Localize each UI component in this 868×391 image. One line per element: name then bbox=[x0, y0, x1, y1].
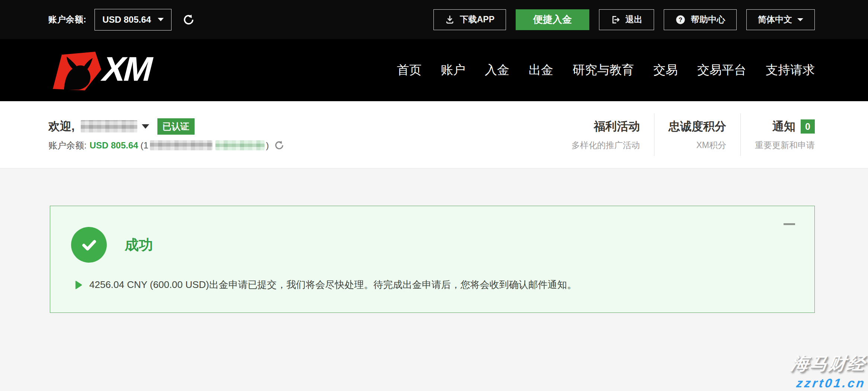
shortcut-promotions[interactable]: 福利活动 多样化的推广活动 bbox=[557, 113, 654, 156]
question-mark: ? bbox=[679, 16, 682, 23]
main-content: 成功 4256.04 CNY (600.00 USD)出金申请已提交，我们将会尽… bbox=[0, 169, 868, 391]
quick-deposit-button[interactable]: 便捷入金 bbox=[516, 9, 589, 30]
success-check-circle bbox=[71, 227, 107, 263]
welcome-shortcuts: 福利活动 多样化的推广活动 忠诚度积分 XM积分 通知 0 重要更新和申请 bbox=[557, 113, 815, 156]
nav-item-account[interactable]: 账户 bbox=[441, 62, 465, 78]
blurred-account-number bbox=[150, 140, 212, 150]
xm-logo[interactable]: XM bbox=[48, 49, 163, 91]
account-number-prefix: (1 bbox=[140, 140, 148, 151]
main-nav: 首页 账户 入金 出金 研究与教育 交易 交易平台 支持请求 bbox=[397, 62, 815, 78]
logout-icon bbox=[611, 15, 620, 25]
help-center-button[interactable]: ? 帮助中心 bbox=[664, 9, 737, 30]
nav-item-research-education[interactable]: 研究与教育 bbox=[573, 62, 634, 78]
welcome-strip: 欢迎, 已认证 账户余额: USD 805.64 (1 ) bbox=[0, 101, 868, 169]
success-message: 4256.04 CNY (600.00 USD)出金申请已提交，我们将会尽快处理… bbox=[89, 278, 577, 291]
refresh-account-button[interactable] bbox=[274, 140, 284, 150]
help-center-label: 帮助中心 bbox=[691, 14, 725, 25]
notification-count-badge: 0 bbox=[801, 119, 815, 134]
success-title: 成功 bbox=[125, 235, 153, 254]
welcome-balance-label: 账户余额: bbox=[48, 140, 87, 151]
refresh-icon bbox=[183, 14, 195, 26]
download-icon bbox=[445, 15, 455, 25]
nav-item-deposit[interactable]: 入金 bbox=[485, 62, 509, 78]
blurred-account-type bbox=[215, 140, 265, 150]
welcome-left: 欢迎, 已认证 账户余额: USD 805.64 (1 ) bbox=[48, 118, 284, 151]
welcome-balance-value: USD 805.64 bbox=[90, 140, 138, 151]
nav-item-trading[interactable]: 交易 bbox=[653, 62, 678, 78]
account-number-suffix: ) bbox=[266, 140, 269, 151]
refresh-icon bbox=[274, 140, 284, 150]
shortcut-title: 福利活动 bbox=[571, 119, 640, 134]
verified-badge: 已认证 bbox=[157, 118, 195, 135]
language-label: 简体中文 bbox=[758, 14, 792, 25]
chevron-down-icon[interactable] bbox=[142, 124, 149, 129]
check-icon bbox=[78, 234, 100, 256]
logout-button[interactable]: 退出 bbox=[599, 9, 654, 30]
bullet-play-icon bbox=[74, 280, 83, 290]
account-balance-label: 账户余额: bbox=[48, 14, 86, 25]
language-dropdown[interactable]: 简体中文 bbox=[746, 9, 815, 30]
watermark-brand: 海马财经 bbox=[790, 352, 868, 375]
nav-item-support[interactable]: 支持请求 bbox=[766, 62, 815, 78]
shortcut-subtitle: 多样化的推广活动 bbox=[571, 140, 640, 151]
download-app-label: 下载APP bbox=[460, 14, 494, 25]
blurred-user-name[interactable] bbox=[81, 120, 137, 132]
shortcut-notifications[interactable]: 通知 0 重要更新和申请 bbox=[740, 113, 815, 156]
shortcut-subtitle: XM积分 bbox=[669, 140, 726, 151]
top-utility-bar: 账户余额: USD 805.64 下载APP 便捷入金 bbox=[0, 0, 868, 39]
logout-label: 退出 bbox=[625, 14, 643, 25]
nav-item-withdrawal[interactable]: 出金 bbox=[529, 62, 553, 78]
xm-dashboard-page: 账户余额: USD 805.64 下载APP 便捷入金 bbox=[0, 0, 868, 391]
chevron-down-icon bbox=[158, 18, 164, 21]
shortcut-subtitle: 重要更新和申请 bbox=[755, 140, 815, 151]
shortcut-title: 忠诚度积分 bbox=[669, 119, 726, 134]
shortcut-loyalty[interactable]: 忠诚度积分 XM积分 bbox=[654, 113, 740, 156]
watermark: 海马财经 zzrt01.cn bbox=[791, 352, 866, 390]
chevron-down-icon bbox=[797, 18, 803, 21]
nav-item-home[interactable]: 首页 bbox=[397, 62, 422, 78]
account-balance-value: USD 805.64 bbox=[102, 15, 151, 25]
logo-text: XM bbox=[98, 49, 156, 88]
refresh-balance-button[interactable] bbox=[183, 14, 195, 26]
success-panel: 成功 4256.04 CNY (600.00 USD)出金申请已提交，我们将会尽… bbox=[50, 206, 815, 313]
watermark-url: zzrt01.cn bbox=[790, 376, 867, 390]
account-balance-dropdown[interactable]: USD 805.64 bbox=[95, 9, 172, 31]
nav-item-platforms[interactable]: 交易平台 bbox=[697, 62, 746, 78]
quick-deposit-label: 便捷入金 bbox=[533, 13, 572, 26]
collapse-panel-button[interactable] bbox=[784, 223, 795, 225]
question-circle-icon: ? bbox=[675, 15, 686, 25]
primary-nav-bar: XM 首页 账户 入金 出金 研究与教育 交易 交易平台 支持请求 bbox=[0, 39, 868, 101]
shortcut-title: 通知 bbox=[772, 119, 795, 134]
welcome-greeting: 欢迎, bbox=[48, 119, 75, 134]
topbar-actions: 下载APP 便捷入金 退出 ? 帮助中心 简体中文 bbox=[433, 9, 815, 30]
download-app-button[interactable]: 下载APP bbox=[433, 9, 506, 30]
